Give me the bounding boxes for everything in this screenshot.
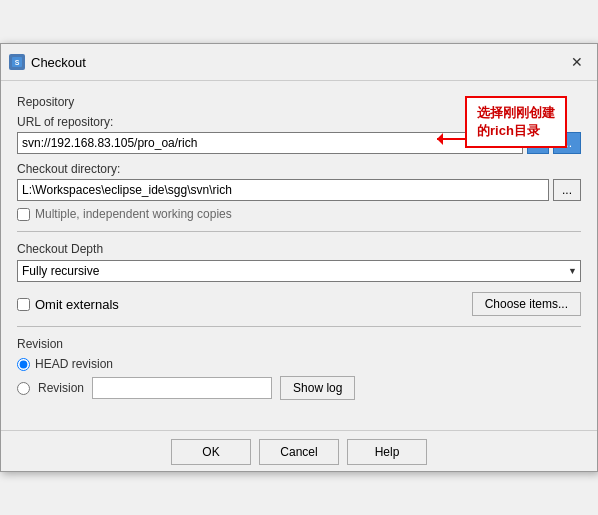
head-revision-radio[interactable] xyxy=(17,358,30,371)
head-revision-row: HEAD revision xyxy=(17,357,581,371)
depth-select-wrapper: Fully recursive Immediate children, incl… xyxy=(17,260,581,282)
revision-radio-label: Revision xyxy=(38,381,84,395)
divider1 xyxy=(17,231,581,232)
title-bar: S Checkout ✕ xyxy=(1,44,597,81)
close-button[interactable]: ✕ xyxy=(565,50,589,74)
help-button[interactable]: Help xyxy=(347,439,427,465)
revision-radio[interactable] xyxy=(17,382,30,395)
window-title: Checkout xyxy=(31,55,565,70)
callout-annotation: 选择刚刚创建 的rich目录 xyxy=(465,96,567,148)
checkout-dialog: S Checkout ✕ Repository URL of repositor… xyxy=(0,43,598,472)
checkout-dir-label: Checkout directory: xyxy=(17,162,581,176)
choose-items-button[interactable]: Choose items... xyxy=(472,292,581,316)
revision-input[interactable] xyxy=(92,377,272,399)
checkout-dir-input[interactable] xyxy=(17,179,549,201)
cancel-button[interactable]: Cancel xyxy=(259,439,339,465)
divider2 xyxy=(17,326,581,327)
checkout-depth-section: Checkout Depth Fully recursive Immediate… xyxy=(17,242,581,282)
svg-text:S: S xyxy=(15,59,20,66)
omit-externals-label: Omit externals xyxy=(35,297,119,312)
bottom-buttons: OK Cancel Help xyxy=(1,430,597,471)
checkout-dir-row: ... xyxy=(17,179,581,201)
multiple-copies-label: Multiple, independent working copies xyxy=(35,207,232,221)
multiple-copies-checkbox[interactable] xyxy=(17,208,30,221)
show-log-button[interactable]: Show log xyxy=(280,376,355,400)
revision-input-row: Revision Show log xyxy=(17,376,581,400)
ok-button[interactable]: OK xyxy=(171,439,251,465)
omit-externals-checkbox[interactable] xyxy=(17,298,30,311)
checkout-dir-browse-button[interactable]: ... xyxy=(553,179,581,201)
omit-externals-group: Omit externals xyxy=(17,297,119,312)
revision-section: Revision HEAD revision Revision Show log xyxy=(17,337,581,400)
multiple-copies-row: Multiple, independent working copies xyxy=(17,207,581,221)
url-input[interactable] xyxy=(17,132,523,154)
depth-select[interactable]: Fully recursive Immediate children, incl… xyxy=(17,260,581,282)
head-revision-label: HEAD revision xyxy=(35,357,113,371)
revision-section-label: Revision xyxy=(17,337,581,351)
omit-choose-row: Omit externals Choose items... xyxy=(17,292,581,316)
checkout-depth-label: Checkout Depth xyxy=(17,242,581,256)
window-icon: S xyxy=(9,54,25,70)
